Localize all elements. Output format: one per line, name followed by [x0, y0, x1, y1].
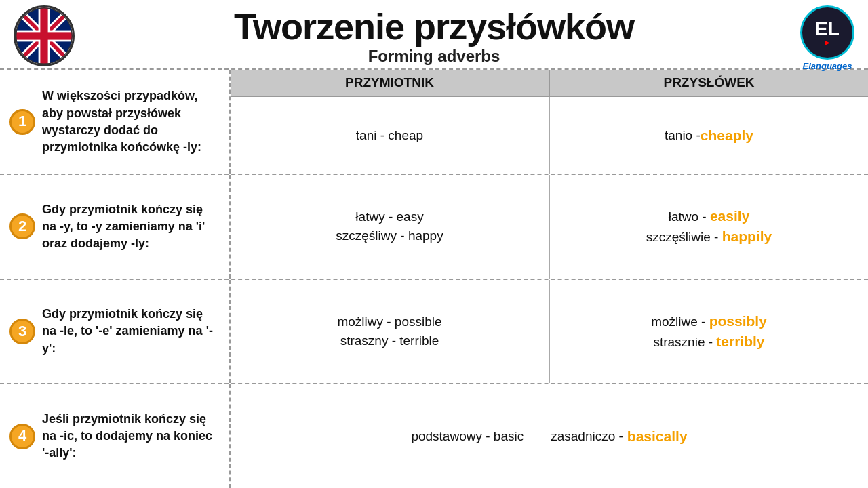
logo-el-text: EL	[815, 20, 840, 39]
sub-title: Forming adverbs	[234, 47, 634, 66]
row-2-right: łatwy - easy szczęśliwy - happy łatwo - …	[231, 175, 868, 279]
uk-flag	[14, 5, 75, 66]
row-1-data: tani - cheap tanio - cheaply	[231, 97, 868, 174]
row-2-adj-col: łatwy - easy szczęśliwy - happy	[231, 175, 550, 279]
row-4-description: Jeśli przymiotnik kończy się na -ic, to …	[42, 411, 220, 462]
row-2-adv1: łatwo - easily	[669, 208, 750, 224]
svg-rect-8	[16, 32, 73, 39]
header-col2: PRZYSŁÓWEK	[550, 70, 868, 96]
row-4-right: podstawowy - basic zasadniczo - basicall…	[231, 384, 868, 488]
row-2-adv-col: łatwo - easily szczęśliwie - happily	[550, 175, 868, 279]
row-2: 2 Gdy przymiotnik kończy się na -y, to -…	[0, 175, 868, 280]
logo-yt-icon: ▶	[825, 39, 830, 46]
logo-name: Elanguages	[803, 61, 852, 71]
row-3-adv-col: możliwe - possibly strasznie - terribly	[550, 280, 868, 384]
row-1-right: PRZYMIOTNIK PRZYSŁÓWEK tani - cheap tani…	[231, 70, 868, 174]
row-4-left: 4 Jeśli przymiotnik kończy się na -ic, t…	[0, 384, 231, 488]
row-2-left: 2 Gdy przymiotnik kończy się na -y, to -…	[0, 175, 231, 279]
row-1-adv-highlight: cheaply	[701, 127, 753, 144]
row-3-description: Gdy przymiotnik kończy się na -le, to '-…	[42, 306, 220, 357]
logo-circle: EL ▶	[800, 5, 854, 60]
row-3-adv1: możliwe - possibly	[651, 313, 767, 329]
badge-1: 1	[9, 109, 35, 135]
row-1-description: W większości przypadków, aby powstał prz…	[42, 87, 220, 156]
row-1-adj: tani - cheap	[231, 97, 550, 174]
main-title: Tworzenie przysłówków	[234, 7, 634, 47]
row-3: 3 Gdy przymiotnik kończy się na -le, to …	[0, 280, 868, 385]
row-1-left: 1 W większości przypadków, aby powstał p…	[0, 70, 231, 174]
row-1-adv-plain: tanio -	[665, 128, 701, 143]
row-2-adv2: szczęśliwie - happily	[646, 228, 772, 245]
header-col1: PRZYMIOTNIK	[231, 70, 550, 96]
row-3-left: 3 Gdy przymiotnik kończy się na -le, to …	[0, 280, 231, 384]
table-header: PRZYMIOTNIK PRZYSŁÓWEK	[231, 70, 868, 97]
row-2-adj2: szczęśliwy - happy	[336, 228, 443, 243]
row-2-description: Gdy przymiotnik kończy się na -y, to -y …	[42, 201, 220, 253]
content-rows: 1 W większości przypadków, aby powstał p…	[0, 68, 868, 488]
title-block: Tworzenie przysłówków Forming adverbs	[234, 7, 634, 66]
row-3-adv2: strasznie - terribly	[653, 333, 764, 350]
logo: EL ▶ Elanguages	[800, 5, 854, 71]
row-4: 4 Jeśli przymiotnik kończy się na -ic, t…	[0, 384, 868, 488]
row-1: 1 W większości przypadków, aby powstał p…	[0, 70, 868, 175]
row-3-adj1: możliwy - possible	[337, 314, 441, 329]
row-3-right: możliwy - possible straszny - terrible m…	[231, 280, 868, 384]
row-4-adj: podstawowy - basic	[397, 425, 537, 448]
row-4-adv: zasadniczo - basically	[537, 424, 701, 449]
row-3-adj2: straszny - terrible	[340, 333, 439, 348]
row-1-adv: tanio - cheaply	[550, 97, 868, 174]
badge-4: 4	[9, 424, 35, 449]
badge-3: 3	[9, 319, 35, 344]
header: Tworzenie przysłówków Forming adverbs EL…	[0, 0, 868, 68]
row-3-adj-col: możliwy - possible straszny - terrible	[231, 280, 550, 384]
main-container: Tworzenie przysłówków Forming adverbs EL…	[0, 0, 868, 488]
badge-2: 2	[9, 214, 35, 239]
row-2-adj1: łatwy - easy	[355, 209, 423, 224]
